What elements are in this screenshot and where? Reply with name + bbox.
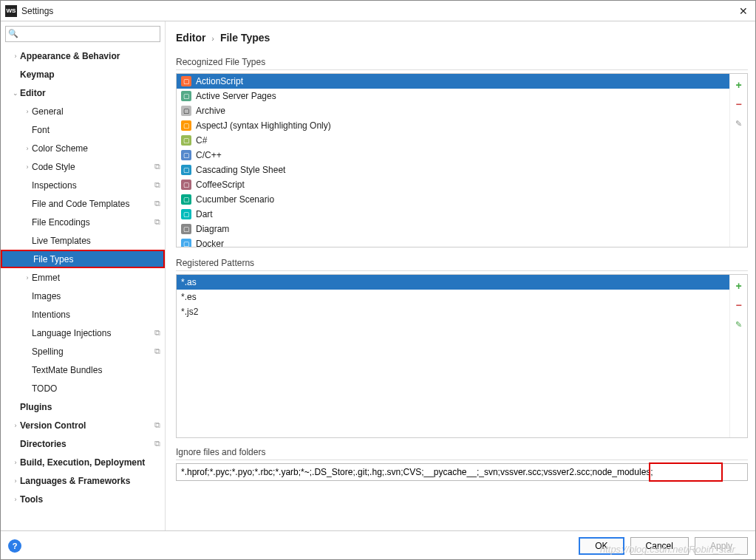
filetype-icon: ▢: [181, 120, 191, 131]
sidebar-item-editor[interactable]: ⌄Editor: [1, 83, 165, 102]
tree-item-label: Live Templates: [32, 236, 160, 246]
filetype-row[interactable]: ▢Active Server Pages: [177, 89, 729, 103]
sidebar-item-keymap[interactable]: Keymap: [1, 65, 165, 83]
sidebar-item-plugins[interactable]: Plugins: [1, 397, 165, 416]
sidebar-item-lang-fw[interactable]: ›Languages & Frameworks: [1, 471, 165, 490]
pattern-row[interactable]: *.es: [177, 290, 729, 304]
tree-item-label: Spelling: [32, 346, 154, 357]
add-pattern-button[interactable]: +: [732, 279, 746, 293]
filetype-label: AspectJ (syntax Highlighting Only): [196, 120, 331, 131]
sidebar-item-todo[interactable]: TODO: [1, 379, 165, 397]
sidebar-item-directories[interactable]: Directories⧉: [1, 434, 165, 453]
sidebar-item-file-encodings[interactable]: File Encodings⧉: [1, 213, 165, 231]
sidebar-item-file-types[interactable]: File Types: [1, 250, 165, 268]
sidebar-item-file-templates[interactable]: File and Code Templates⧉: [1, 194, 165, 213]
filetype-icon: ▢: [181, 180, 191, 190]
tree-item-label: Emmet: [32, 273, 160, 283]
filetype-icon: ▢: [181, 91, 191, 101]
scope-icon: ⧉: [154, 217, 160, 227]
patterns-rows[interactable]: *.as*.es*.js2: [177, 275, 729, 437]
ignore-input[interactable]: [176, 463, 748, 481]
chevron-right-icon: ›: [211, 34, 214, 43]
filetype-icon: ▢: [181, 76, 191, 86]
sidebar-item-images[interactable]: Images: [1, 287, 165, 305]
app-icon: WS: [5, 5, 17, 17]
cancel-button[interactable]: Cancel: [630, 537, 689, 555]
sidebar-item-lang-inj[interactable]: Language Injections⧉: [1, 324, 165, 342]
remove-filetype-button[interactable]: −: [732, 98, 746, 111]
filetype-row[interactable]: ▢Docker: [177, 236, 729, 247]
filetype-icon: ▢: [181, 194, 191, 205]
filetype-icon: ▢: [181, 224, 191, 234]
tree-item-label: Language Injections: [32, 328, 154, 338]
filetype-label: CoffeeScript: [196, 180, 245, 190]
tree-item-label: File Encodings: [32, 217, 154, 228]
tree-item-label: Appearance & Behavior: [20, 51, 160, 61]
chevron-icon: ›: [11, 496, 20, 503]
sidebar-item-spelling[interactable]: Spelling⧉: [1, 342, 165, 361]
settings-tree[interactable]: ›Appearance & BehaviorKeymap⌄Editor›Gene…: [1, 45, 165, 530]
chevron-icon: ›: [11, 52, 20, 60]
sidebar-item-code-style[interactable]: ›Code Style⧉: [1, 157, 165, 176]
breadcrumb-parent[interactable]: Editor: [176, 32, 205, 44]
sidebar-item-textmate[interactable]: TextMate Bundles: [1, 361, 165, 379]
apply-button[interactable]: Apply: [695, 537, 748, 555]
filetype-row[interactable]: ▢CoffeeScript: [177, 177, 729, 192]
sidebar-item-intentions[interactable]: Intentions: [1, 305, 165, 324]
filetype-label: Diagram: [196, 224, 229, 234]
sidebar-item-tools[interactable]: ›Tools: [1, 490, 165, 508]
sidebar: 🔍 ›Appearance & BehaviorKeymap⌄Editor›Ge…: [1, 21, 166, 530]
filetype-row[interactable]: ▢AspectJ (syntax Highlighting Only): [177, 118, 729, 133]
chevron-icon: ›: [11, 422, 20, 429]
pattern-row[interactable]: *.as: [177, 275, 729, 290]
ignore-label: Ignore files and folders: [176, 447, 748, 457]
content-pane: Editor › File Types Recognized File Type…: [166, 21, 755, 530]
tree-item-label: Directories: [20, 439, 154, 449]
pattern-row[interactable]: *.js2: [177, 304, 729, 319]
add-filetype-button[interactable]: +: [732, 78, 746, 92]
registered-patterns-label: Registered Patterns: [176, 258, 748, 268]
filetype-icon: ▢: [181, 150, 191, 160]
tree-item-label: General: [32, 106, 160, 117]
filetype-row[interactable]: ▢Archive: [177, 103, 729, 118]
chevron-icon: ⌄: [11, 89, 20, 97]
filetype-row[interactable]: ▢Cucumber Scenario: [177, 192, 729, 207]
file-types-rows[interactable]: ▢ActionScript▢Active Server Pages▢Archiv…: [177, 74, 729, 247]
ok-button[interactable]: OK: [579, 537, 624, 555]
filetype-row[interactable]: ▢C/C++: [177, 148, 729, 163]
tree-item-label: Color Scheme: [32, 143, 160, 154]
sidebar-item-general[interactable]: ›General: [1, 102, 165, 120]
remove-pattern-button[interactable]: −: [732, 298, 746, 312]
filetype-label: C/C++: [196, 150, 222, 160]
help-button[interactable]: ?: [8, 539, 21, 553]
sidebar-item-appearance[interactable]: ›Appearance & Behavior: [1, 47, 165, 65]
filetype-icon: ▢: [181, 106, 191, 116]
search-input[interactable]: [5, 26, 160, 42]
close-icon[interactable]: ✕: [736, 5, 751, 17]
filetype-label: ActionScript: [196, 76, 243, 86]
tree-item-label: Languages & Frameworks: [20, 476, 160, 486]
sidebar-item-inspections[interactable]: Inspections⧉: [1, 176, 165, 194]
edit-filetype-button[interactable]: ✎: [732, 117, 746, 130]
tree-item-label: Build, Execution, Deployment: [20, 457, 160, 468]
filetype-row[interactable]: ▢Dart: [177, 207, 729, 222]
tree-item-label: Intentions: [32, 310, 160, 320]
chevron-icon: ›: [23, 108, 32, 115]
sidebar-item-vcs[interactable]: ›Version Control⧉: [1, 416, 165, 434]
edit-pattern-button[interactable]: ✎: [732, 318, 746, 331]
filetype-row[interactable]: ▢Cascading Style Sheet: [177, 163, 729, 177]
sidebar-item-font[interactable]: Font: [1, 120, 165, 139]
sidebar-item-color-scheme[interactable]: ›Color Scheme: [1, 139, 165, 157]
sidebar-item-emmet[interactable]: ›Emmet: [1, 268, 165, 287]
sidebar-item-build[interactable]: ›Build, Execution, Deployment: [1, 453, 165, 471]
patterns-list: *.as*.es*.js2 + − ✎: [176, 274, 748, 438]
tree-item-label: File and Code Templates: [32, 199, 154, 209]
tree-item-label: TextMate Bundles: [32, 365, 160, 375]
filetype-row[interactable]: ▢Diagram: [177, 222, 729, 236]
scope-icon: ⧉: [154, 420, 160, 430]
tree-item-label: File Types: [33, 254, 159, 264]
filetype-label: Active Server Pages: [196, 91, 276, 101]
filetype-row[interactable]: ▢C#: [177, 133, 729, 148]
sidebar-item-live-templates[interactable]: Live Templates: [1, 231, 165, 250]
filetype-row[interactable]: ▢ActionScript: [177, 74, 729, 89]
